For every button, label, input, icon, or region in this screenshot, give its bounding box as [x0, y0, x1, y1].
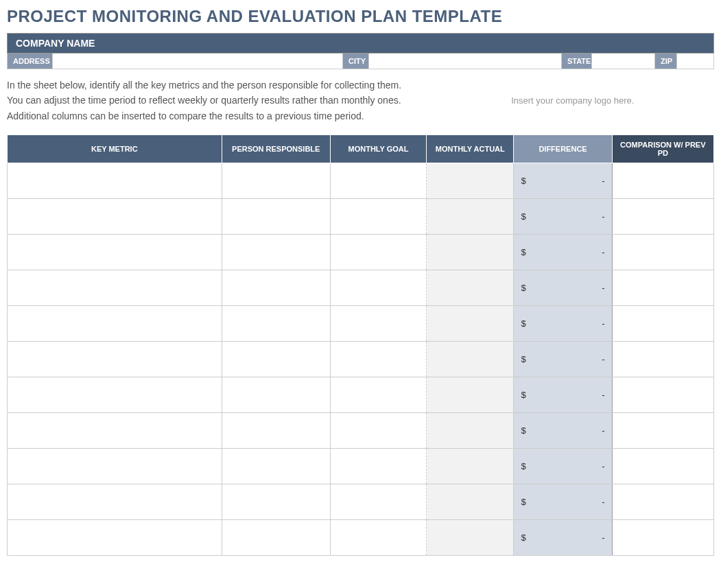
cell-difference: $- [514, 449, 612, 484]
cell-actual[interactable] [427, 449, 514, 484]
cell-person[interactable] [222, 235, 330, 270]
cell-goal[interactable] [330, 413, 426, 449]
diff-value: - [602, 532, 604, 543]
cell-comparison[interactable] [612, 199, 713, 235]
cell-person[interactable] [222, 306, 330, 342]
cell-key-metric[interactable] [8, 520, 222, 556]
cell-difference: $- [514, 199, 612, 235]
cell-person[interactable] [222, 342, 330, 377]
header-person: PERSON RESPONSIBLE [222, 135, 330, 163]
cell-comparison[interactable] [612, 413, 713, 449]
cell-goal[interactable] [330, 484, 426, 520]
cell-comparison[interactable] [612, 520, 713, 556]
cell-comparison[interactable] [612, 342, 713, 377]
cell-key-metric[interactable] [8, 449, 222, 484]
cell-actual[interactable] [427, 342, 514, 377]
diff-currency: $ [521, 176, 525, 186]
cell-comparison[interactable] [612, 163, 713, 199]
table-row: $- [8, 342, 714, 377]
table-row: $- [8, 199, 714, 235]
cell-actual[interactable] [427, 413, 514, 449]
cell-goal[interactable] [330, 342, 426, 377]
state-input[interactable] [592, 54, 655, 69]
diff-value: - [602, 497, 604, 507]
cell-person[interactable] [222, 270, 330, 306]
cell-person[interactable] [222, 377, 330, 413]
cell-comparison[interactable] [612, 484, 713, 520]
cell-person[interactable] [222, 413, 330, 449]
cell-difference: $- [514, 484, 612, 520]
cell-key-metric[interactable] [8, 342, 222, 377]
diff-currency: $ [521, 318, 525, 329]
cell-key-metric[interactable] [8, 484, 222, 520]
metrics-table: KEY METRIC PERSON RESPONSIBLE MONTHLY GO… [7, 134, 714, 556]
table-row: $- [8, 484, 714, 520]
cell-actual[interactable] [427, 306, 514, 342]
cell-person[interactable] [222, 199, 330, 235]
header-key-metric: KEY METRIC [8, 135, 222, 163]
table-row: $- [8, 449, 714, 484]
cell-difference: $- [514, 377, 612, 413]
diff-value: - [602, 425, 604, 436]
cell-comparison[interactable] [612, 235, 713, 270]
cell-goal[interactable] [330, 449, 426, 484]
cell-actual[interactable] [427, 270, 514, 306]
cell-comparison[interactable] [612, 270, 713, 306]
table-row: $- [8, 306, 714, 342]
cell-difference: $- [514, 520, 612, 556]
cell-difference: $- [514, 342, 612, 377]
diff-value: - [602, 390, 604, 400]
cell-goal[interactable] [330, 270, 426, 306]
logo-placeholder[interactable]: Insert your company logo here. [432, 78, 714, 124]
cell-difference: $- [514, 163, 612, 199]
table-header-row: KEY METRIC PERSON RESPONSIBLE MONTHLY GO… [8, 135, 714, 163]
cell-key-metric[interactable] [8, 235, 222, 270]
cell-comparison[interactable] [612, 449, 713, 484]
cell-key-metric[interactable] [8, 377, 222, 413]
diff-value: - [602, 318, 604, 329]
cell-goal[interactable] [330, 306, 426, 342]
cell-goal[interactable] [330, 235, 426, 270]
city-input[interactable] [369, 54, 562, 69]
cell-key-metric[interactable] [8, 306, 222, 342]
diff-currency: $ [521, 532, 525, 543]
header-actual: MONTHLY ACTUAL [427, 135, 514, 163]
diff-currency: $ [521, 283, 525, 293]
cell-person[interactable] [222, 163, 330, 199]
cell-key-metric[interactable] [8, 163, 222, 199]
cell-person[interactable] [222, 520, 330, 556]
diff-currency: $ [521, 354, 525, 364]
cell-key-metric[interactable] [8, 270, 222, 306]
page-title: PROJECT MONITORING AND EVALUATION PLAN T… [7, 7, 714, 26]
header-goal: MONTHLY GOAL [330, 135, 426, 163]
cell-comparison[interactable] [612, 377, 713, 413]
cell-key-metric[interactable] [8, 199, 222, 235]
table-row: $- [8, 520, 714, 556]
diff-currency: $ [521, 425, 525, 436]
table-row: $- [8, 377, 714, 413]
address-input[interactable] [53, 54, 343, 69]
table-row: $- [8, 413, 714, 449]
cell-actual[interactable] [427, 520, 514, 556]
cell-goal[interactable] [330, 377, 426, 413]
cell-actual[interactable] [427, 199, 514, 235]
cell-person[interactable] [222, 449, 330, 484]
cell-goal[interactable] [330, 163, 426, 199]
cell-key-metric[interactable] [8, 413, 222, 449]
info-section: In the sheet below, identify all the key… [7, 78, 714, 124]
zip-input[interactable] [677, 54, 713, 69]
cell-comparison[interactable] [612, 306, 713, 342]
cell-actual[interactable] [427, 377, 514, 413]
cell-actual[interactable] [427, 484, 514, 520]
cell-goal[interactable] [330, 199, 426, 235]
address-label: ADDRESS [8, 54, 53, 69]
diff-currency: $ [521, 211, 525, 222]
cell-actual[interactable] [427, 163, 514, 199]
company-name-header: COMPANY NAME [7, 33, 714, 54]
zip-label: ZIP [655, 54, 677, 69]
cell-goal[interactable] [330, 520, 426, 556]
cell-actual[interactable] [427, 235, 514, 270]
cell-person[interactable] [222, 484, 330, 520]
city-label: CITY [343, 54, 369, 69]
address-row: ADDRESS CITY STATE ZIP [7, 54, 714, 69]
